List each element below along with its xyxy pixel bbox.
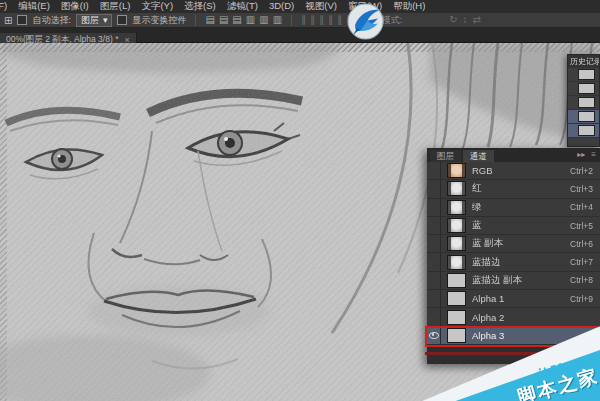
- distribute-left-icon[interactable]: ∥: [328, 15, 333, 25]
- chevron-down-icon: ▾: [103, 15, 108, 25]
- menu-item[interactable]: 文件(F): [0, 0, 7, 13]
- show-transform-label: 显示变换控件: [132, 14, 186, 27]
- Alpha 1[interactable]: Alpha 1 Ctrl+9: [427, 290, 600, 308]
- history-panel: 历史记录: [567, 54, 600, 147]
- options-bar: ⊞ 自动选择: 图层 ▾ 显示变换控件 ▤ ▤ ▤ ▥ ▥ ▥ ∥ ∥ ∥ ∥ …: [0, 13, 600, 28]
- align-buttons: ▤ ▤ ▤ ▥ ▥ ▥: [205, 15, 282, 25]
- menu-item[interactable]: 编辑(E): [18, 0, 50, 13]
- panel-tab[interactable]: 通道: [463, 150, 494, 162]
- menu-item[interactable]: 视图(V): [305, 0, 337, 13]
- channel-thumbnail: [447, 181, 466, 196]
- channel-shortcut: Ctrl+9: [570, 294, 600, 304]
- menu-bar: 文件(F) 编辑(E) 图像(I) 图层(L) 文字(Y) 选择(S) 滤镜(T…: [0, 0, 600, 13]
- channel-visibility-toggle[interactable]: [427, 290, 441, 307]
- history-state-thumbnail: [578, 83, 595, 94]
- align-left-edges-icon[interactable]: ▤: [205, 15, 214, 25]
- menu-item[interactable]: 图像(I): [61, 0, 89, 13]
- distribute-buttons: ∥ ∥ ∥ ∥ ∥ ∥: [301, 15, 351, 25]
- show-transform-checkbox[interactable]: [117, 15, 127, 25]
- channels-panel-header: 图层 通道 ▸▸ ≡: [427, 148, 600, 162]
- channel-shortcut: Ctrl+5: [570, 221, 600, 231]
- 绿[interactable]: 绿 Ctrl+4: [427, 199, 600, 217]
- bird-logo-icon[interactable]: [347, 3, 384, 40]
- align-bottom-edges-icon[interactable]: ▥: [273, 15, 282, 25]
- distribute-vcenter-icon[interactable]: ∥: [310, 15, 315, 25]
- channel-visibility-toggle[interactable]: [427, 217, 441, 234]
- history-state-thumbnail: [578, 97, 595, 108]
- channel-name: 蓝 副本: [472, 237, 570, 250]
- channel-thumbnail: [447, 255, 466, 270]
- channel-name: 蓝: [472, 219, 570, 232]
- history-state-row[interactable]: [568, 110, 599, 124]
- 3d-pan-icon[interactable]: ↕: [463, 15, 468, 25]
- channel-thumbnail: [447, 291, 466, 306]
- align-horizontal-centers-icon[interactable]: ▤: [219, 15, 228, 25]
- RGB[interactable]: RGB Ctrl+2: [427, 162, 600, 180]
- photoshop-window: 文件(F) 编辑(E) 图像(I) 图层(L) 文字(Y) 选择(S) 滤镜(T…: [0, 0, 600, 401]
- channel-thumbnail: [447, 200, 466, 215]
- separator: [291, 15, 292, 26]
- channel-name: 蓝描边: [472, 256, 570, 269]
- channel-shortcut: Ctrl+3: [570, 184, 600, 194]
- channel-visibility-toggle[interactable]: [427, 253, 441, 270]
- history-state-row[interactable]: [568, 82, 599, 96]
- channel-visibility-toggle[interactable]: [427, 272, 441, 289]
- document-tab-bar: 00%(图层 2 副本, Alpha 3/8) * ×: [0, 28, 600, 43]
- channel-visibility-toggle[interactable]: [427, 180, 441, 197]
- 3d-slide-icon[interactable]: ⇄: [473, 15, 481, 25]
- channel-name: 蓝描边 副本: [472, 274, 570, 287]
- channel-name: RGB: [472, 165, 570, 176]
- history-panel-title: 历史记录: [568, 55, 599, 68]
- 蓝 副本[interactable]: 蓝 副本 Ctrl+6: [427, 235, 600, 253]
- panel-menu-icon[interactable]: ≡: [591, 150, 596, 159]
- channel-shortcut: Ctrl+4: [570, 202, 600, 212]
- history-state-row[interactable]: [568, 96, 599, 110]
- channel-shortcut: Ctrl+7: [570, 257, 600, 267]
- distribute-bottom-icon[interactable]: ∥: [319, 15, 324, 25]
- tool-preset-icon[interactable]: ⊞: [4, 15, 12, 26]
- 蓝[interactable]: 蓝 Ctrl+5: [427, 217, 600, 235]
- channel-name: 绿: [472, 201, 570, 214]
- align-top-edges-icon[interactable]: ▥: [246, 15, 255, 25]
- collapse-panel-icon[interactable]: ▸▸: [577, 150, 585, 159]
- align-right-edges-icon[interactable]: ▤: [232, 15, 241, 25]
- align-vertical-centers-icon[interactable]: ▥: [259, 15, 268, 25]
- channel-visibility-toggle[interactable]: [427, 199, 441, 216]
- menu-item[interactable]: 选择(S): [184, 0, 216, 13]
- channel-shortcut: Ctrl+8: [570, 275, 600, 285]
- auto-select-label: 自动选择:: [32, 14, 71, 27]
- 3d-rotate-icon[interactable]: ↻: [449, 15, 457, 25]
- auto-select-checkbox[interactable]: [17, 15, 27, 25]
- channel-thumbnail: [447, 163, 466, 178]
- separator: [195, 15, 196, 26]
- channel-visibility-toggle[interactable]: [427, 162, 441, 179]
- history-rows: [568, 68, 599, 138]
- distribute-top-icon[interactable]: ∥: [301, 15, 306, 25]
- watermark: jb51.net 脚本之家: [415, 316, 600, 401]
- panel-tabs: 图层 通道: [430, 150, 494, 162]
- 红[interactable]: 红 Ctrl+3: [427, 180, 600, 198]
- menu-item[interactable]: 图层(L): [100, 0, 131, 13]
- channel-thumbnail: [447, 218, 466, 233]
- menu-item[interactable]: 3D(D): [269, 0, 294, 13]
- history-state-thumbnail: [578, 111, 595, 122]
- history-state-thumbnail: [578, 69, 595, 80]
- history-state-row[interactable]: [568, 124, 599, 138]
- menu-item[interactable]: 滤镜(T): [227, 0, 258, 13]
- channel-visibility-toggle[interactable]: [427, 235, 441, 252]
- panel-tab[interactable]: 图层: [430, 150, 461, 162]
- history-state-thumbnail: [578, 125, 595, 136]
- channel-thumbnail: [447, 236, 466, 251]
- history-state-row[interactable]: [568, 68, 599, 82]
- menu-item[interactable]: 文字(Y): [141, 0, 173, 13]
- channel-thumbnail: [447, 273, 466, 288]
- channel-shortcut: Ctrl+2: [570, 166, 600, 176]
- menu-item[interactable]: 帮助(H): [393, 0, 425, 13]
- channel-shortcut: Ctrl+6: [570, 239, 600, 249]
- distribute-hcenter-icon[interactable]: ∥: [337, 15, 342, 25]
- auto-select-value: 图层: [81, 14, 99, 27]
- 蓝描边 副本[interactable]: 蓝描边 副本 Ctrl+8: [427, 272, 600, 290]
- 蓝描边[interactable]: 蓝描边 Ctrl+7: [427, 253, 600, 271]
- auto-select-dropdown[interactable]: 图层 ▾: [76, 14, 113, 27]
- channel-name: 红: [472, 182, 570, 195]
